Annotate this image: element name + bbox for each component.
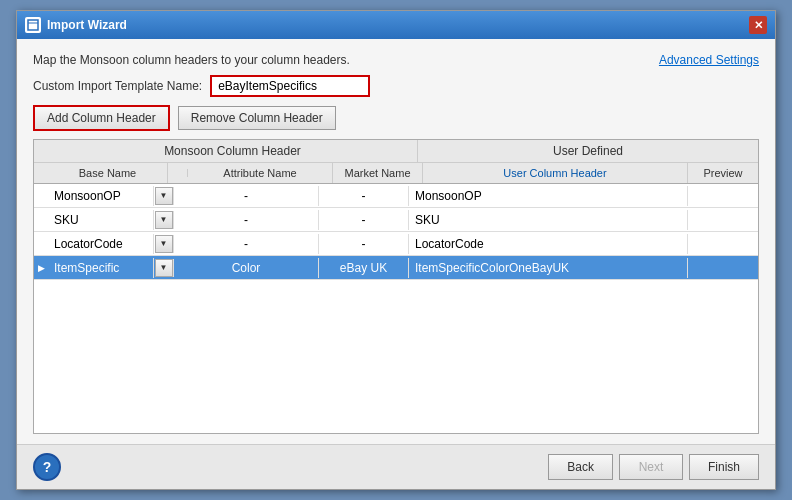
cell-market: -: [319, 186, 409, 206]
add-column-header-button[interactable]: Add Column Header: [33, 105, 170, 131]
dropdown-arrow-icon[interactable]: ▼: [155, 259, 173, 277]
cell-basename: LocatorCode: [48, 234, 154, 254]
buttons-row: Add Column Header Remove Column Header: [33, 105, 759, 131]
col-basename-header: Base Name: [48, 163, 168, 183]
column-group-row: Monsoon Column Header User Defined: [34, 140, 758, 163]
svg-rect-0: [28, 20, 38, 30]
cell-attr: -: [174, 234, 319, 254]
template-name-input[interactable]: [210, 75, 370, 97]
close-button[interactable]: ✕: [749, 16, 767, 34]
description-text: Map the Monsoon column headers to your c…: [33, 53, 350, 67]
cell-userheader: SKU: [409, 210, 688, 230]
cell-market: -: [319, 210, 409, 230]
cell-dropdown[interactable]: ▼: [154, 211, 174, 229]
cell-attr: -: [174, 186, 319, 206]
help-button[interactable]: ?: [33, 453, 61, 481]
cell-dropdown[interactable]: ▼: [154, 187, 174, 205]
cell-basename: MonsoonOP: [48, 186, 154, 206]
cell-dropdown[interactable]: ▼: [154, 235, 174, 253]
template-name-label: Custom Import Template Name:: [33, 79, 202, 93]
cell-preview: [688, 265, 758, 271]
col-preview-header: Preview: [688, 163, 758, 183]
content-area: Map the Monsoon column headers to your c…: [17, 39, 775, 444]
row-indicator: ▶: [34, 263, 48, 273]
cell-market: -: [319, 234, 409, 254]
cell-userheader: MonsoonOP: [409, 186, 688, 206]
top-row: Map the Monsoon column headers to your c…: [33, 53, 759, 67]
cell-attr: Color: [174, 258, 319, 278]
cell-basename: SKU: [48, 210, 154, 230]
finish-button[interactable]: Finish: [689, 454, 759, 480]
next-button[interactable]: Next: [619, 454, 683, 480]
footer-right: Back Next Finish: [548, 454, 759, 480]
title-bar: Import Wizard ✕: [17, 11, 775, 39]
footer: ? Back Next Finish: [17, 444, 775, 489]
table-row[interactable]: SKU ▼ - - SKU: [34, 208, 758, 232]
template-row: Custom Import Template Name:: [33, 75, 759, 97]
window-title: Import Wizard: [47, 18, 127, 32]
column-header-row: Base Name Attribute Name Market Name Use…: [34, 163, 758, 183]
mapping-table: Monsoon Column Header User Defined Base …: [33, 139, 759, 434]
cell-userheader: LocatorCode: [409, 234, 688, 254]
col-attr-header: Attribute Name: [188, 163, 333, 183]
cell-market: eBay UK: [319, 258, 409, 278]
table-row[interactable]: ▶ ItemSpecific ▼ Color eBay UK ItemSpeci…: [34, 256, 758, 280]
col-market-header: Market Name: [333, 163, 423, 183]
table-row[interactable]: MonsoonOP ▼ - - MonsoonOP: [34, 184, 758, 208]
advanced-settings-link[interactable]: Advanced Settings: [659, 53, 759, 67]
dropdown-arrow-icon[interactable]: ▼: [155, 211, 173, 229]
import-wizard-window: Import Wizard ✕ Map the Monsoon column h…: [16, 10, 776, 490]
user-group-header: User Defined: [418, 140, 758, 162]
dropdown-arrow-icon[interactable]: ▼: [155, 187, 173, 205]
remove-column-header-button[interactable]: Remove Column Header: [178, 106, 336, 130]
table-header: Monsoon Column Header User Defined Base …: [34, 140, 758, 184]
footer-left: ?: [33, 453, 61, 481]
cell-preview: [688, 241, 758, 247]
table-body: MonsoonOP ▼ - - MonsoonOP SKU ▼ - - SKU …: [34, 184, 758, 433]
back-button[interactable]: Back: [548, 454, 613, 480]
cell-dropdown[interactable]: ▼: [154, 259, 174, 277]
cell-preview: [688, 217, 758, 223]
cell-userheader: ItemSpecificColorOneBayUK: [409, 258, 688, 278]
cell-basename: ItemSpecific: [48, 258, 154, 278]
col-userheader-header: User Column Header: [423, 163, 688, 183]
cell-preview: [688, 193, 758, 199]
table-row[interactable]: LocatorCode ▼ - - LocatorCode: [34, 232, 758, 256]
window-icon: [25, 17, 41, 33]
monsoon-group-header: Monsoon Column Header: [48, 140, 418, 162]
cell-attr: -: [174, 210, 319, 230]
dropdown-arrow-icon[interactable]: ▼: [155, 235, 173, 253]
